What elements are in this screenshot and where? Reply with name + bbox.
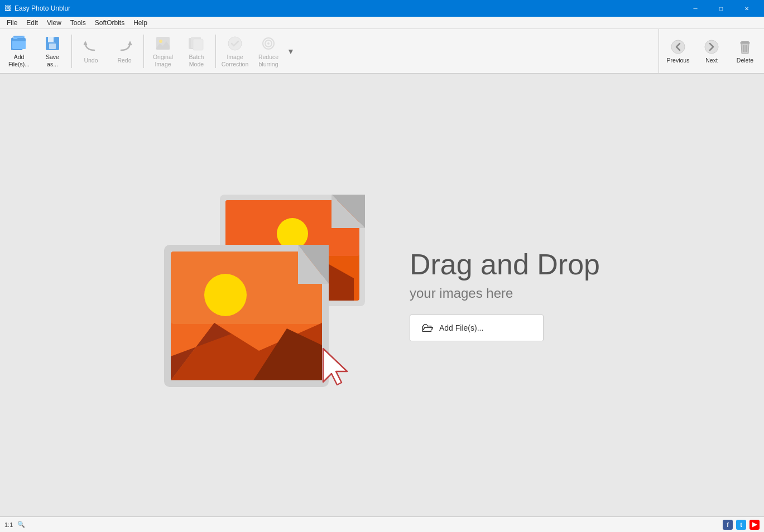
- save-as-toolbar-button[interactable]: Saveas...: [36, 32, 69, 71]
- svg-point-16: [267, 42, 270, 45]
- image-correction-icon: [226, 35, 244, 52]
- add-files-label: AddFile(s)...: [8, 54, 30, 67]
- batch-mode-label: BatchMode: [189, 54, 204, 67]
- svg-rect-12: [193, 39, 203, 50]
- svg-point-18: [705, 40, 718, 54]
- redo-icon: [116, 38, 133, 56]
- original-image-icon: [154, 35, 172, 52]
- cursor-illustration: [320, 346, 354, 393]
- titlebar-left: 🖼 Easy Photo Unblur: [4, 4, 70, 12]
- svg-marker-41: [323, 349, 347, 385]
- separator-1: [71, 35, 72, 68]
- statusbar-right: f t ▶: [723, 520, 760, 530]
- delete-icon: [736, 38, 754, 56]
- twitter-icon[interactable]: t: [736, 520, 746, 530]
- statusbar: 1:1 🔍 f t ▶: [0, 516, 764, 532]
- menu-softorbits[interactable]: SoftOrbits: [90, 18, 129, 28]
- save-as-label: Saveas...: [46, 54, 59, 67]
- svg-point-9: [159, 40, 162, 43]
- titlebar-controls: ─ □ ✕: [683, 0, 760, 17]
- save-as-icon: [44, 35, 61, 52]
- original-image-label: OriginalImage: [153, 54, 173, 67]
- previous-icon: [669, 38, 687, 56]
- separator-2: [143, 35, 144, 68]
- menu-edit[interactable]: Edit: [22, 18, 42, 28]
- redo-label: Redo: [117, 57, 131, 64]
- maximize-button[interactable]: □: [708, 0, 734, 17]
- next-icon: [703, 38, 720, 56]
- add-files-icon: [10, 35, 28, 52]
- batch-mode-icon: [188, 35, 205, 52]
- batch-mode-toolbar-button: BatchMode: [180, 32, 213, 71]
- undo-icon: [82, 38, 100, 56]
- zoom-level: 1:1: [4, 521, 13, 528]
- menu-tools[interactable]: Tools: [66, 18, 90, 28]
- reduce-blurring-label: Reduceblurring: [258, 54, 278, 67]
- toolbar: AddFile(s)... Saveas... Undo: [0, 29, 764, 74]
- app-title: Easy Photo Unblur: [15, 4, 70, 12]
- folder-icon: 🗁: [421, 321, 434, 335]
- app-icon: 🖼: [4, 4, 11, 12]
- menu-file[interactable]: File: [2, 18, 22, 28]
- delete-label: Delete: [737, 57, 753, 64]
- menu-view[interactable]: View: [42, 18, 66, 28]
- delete-toolbar-button[interactable]: Delete: [728, 32, 762, 71]
- main-area: Drag and Drop your images here 🗁 Add Fil…: [0, 74, 764, 516]
- svg-point-17: [671, 40, 685, 54]
- image-correction-label: ImageCorrection: [222, 54, 248, 67]
- separator-3: [215, 35, 216, 68]
- front-photo-card: [164, 245, 331, 390]
- image-correction-toolbar-button: ImageCorrection: [218, 32, 252, 71]
- add-files-button-label: Add File(s)...: [439, 323, 483, 332]
- statusbar-left: 1:1 🔍: [4, 521, 25, 528]
- close-button[interactable]: ✕: [734, 0, 760, 17]
- toolbar-main-group: AddFile(s)... Saveas... Undo: [2, 29, 296, 73]
- zoom-icon: 🔍: [17, 521, 25, 528]
- menu-help[interactable]: Help: [129, 18, 152, 28]
- social-icons: f t ▶: [723, 520, 760, 530]
- svg-point-35: [204, 274, 247, 316]
- drop-zone-content: Drag and Drop your images here 🗁 Add Fil…: [164, 195, 600, 395]
- undo-label: Undo: [84, 57, 98, 64]
- menubar: File Edit View Tools SoftOrbits Help: [0, 17, 764, 29]
- youtube-icon[interactable]: ▶: [749, 520, 760, 530]
- undo-toolbar-button: Undo: [74, 32, 108, 71]
- previous-toolbar-button[interactable]: Previous: [661, 32, 695, 71]
- add-files-button[interactable]: 🗁 Add File(s)...: [410, 315, 544, 341]
- svg-rect-6: [49, 43, 56, 49]
- reduce-blurring-icon: [260, 35, 277, 52]
- reduce-blurring-toolbar-button: Reduceblurring: [252, 32, 285, 71]
- minimize-button[interactable]: ─: [683, 0, 708, 17]
- toolbar-right-group: Previous Next Delete: [659, 29, 762, 73]
- titlebar: 🖼 Easy Photo Unblur ─ □ ✕: [0, 0, 764, 17]
- cursor-svg: [320, 346, 354, 390]
- next-label: Next: [705, 57, 718, 64]
- svg-rect-7: [54, 37, 55, 42]
- svg-rect-19: [741, 41, 749, 42]
- next-toolbar-button[interactable]: Next: [695, 32, 728, 71]
- redo-toolbar-button: Redo: [108, 32, 141, 71]
- add-files-toolbar-button[interactable]: AddFile(s)...: [2, 32, 36, 71]
- drop-illustration: [164, 195, 376, 395]
- front-photo-svg: [164, 245, 331, 390]
- svg-point-13: [228, 37, 242, 50]
- drop-text-area: Drag and Drop your images here 🗁 Add Fil…: [410, 249, 600, 341]
- more-toolbar-button[interactable]: ▼: [285, 32, 296, 71]
- original-image-toolbar-button: OriginalImage: [146, 32, 180, 71]
- drag-drop-title: Drag and Drop: [410, 249, 600, 280]
- previous-label: Previous: [667, 57, 690, 64]
- drag-drop-subtitle: your images here: [410, 286, 600, 301]
- facebook-icon[interactable]: f: [723, 520, 733, 530]
